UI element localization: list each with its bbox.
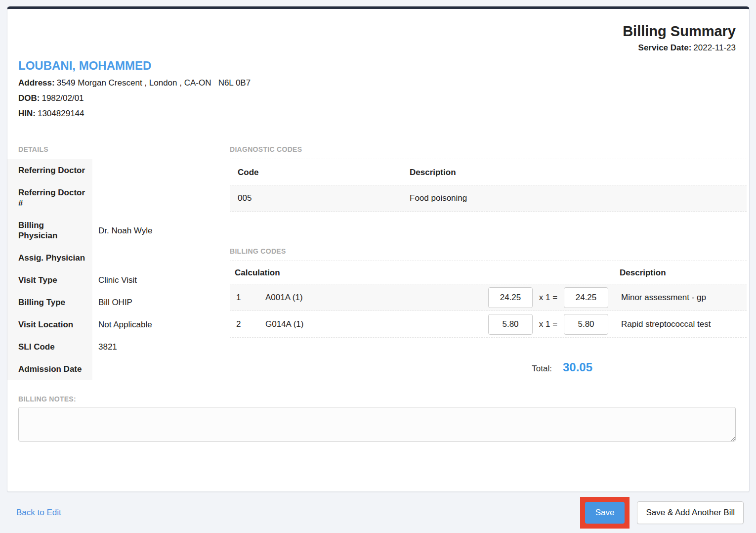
address-value: 3549 Morgan Crescent , London , CA-ON N6… — [57, 78, 251, 88]
dob-value: 1982/02/01 — [42, 93, 84, 103]
service-date: Service Date:2022-11-23 — [18, 43, 736, 53]
billing-notes-section: BILLING NOTES: — [18, 395, 748, 442]
diagnostic-table-header: Code Description — [230, 159, 747, 185]
details-label: Admission Date — [7, 358, 92, 380]
details-label: Billing Physician — [7, 214, 92, 247]
service-date-label: Service Date: — [638, 43, 692, 52]
billing-notes-textarea[interactable] — [18, 407, 736, 442]
column-header-code: Code — [238, 168, 410, 178]
card-header: Billing Summary Service Date:2022-11-23 — [18, 23, 748, 53]
unit-price-input[interactable] — [488, 314, 533, 335]
details-value — [92, 181, 212, 214]
line-total-input[interactable] — [564, 314, 608, 335]
billing-table-row: 1 A001A (1) x 1 = Minor assessment - gp — [230, 284, 747, 311]
line-total-input[interactable] — [564, 287, 608, 308]
details-row-admission-date: Admission Date — [7, 358, 212, 380]
billing-table-header: Calculation Description — [230, 261, 747, 284]
details-value: 3821 — [92, 336, 212, 358]
billing-description: Rapid streptococcal test — [621, 319, 735, 329]
billing-table-row: 2 G014A (1) x 1 = Rapid streptococcal te… — [230, 311, 747, 338]
patient-info: LOUBANI, MOHAMMED Address:3549 Morgan Cr… — [18, 59, 748, 119]
details-row-visit-location: Visit Location Not Applicable — [7, 313, 212, 336]
details-value: Not Applicable — [92, 313, 212, 336]
patient-address: Address:3549 Morgan Crescent , London , … — [18, 78, 748, 88]
details-value: Bill OHIP — [92, 291, 212, 313]
billing-row-number: 1 — [235, 293, 265, 303]
billing-code: G014A (1) — [265, 319, 488, 329]
details-row-visit-type: Visit Type Clinic Visit — [7, 269, 212, 291]
billing-codes-title: BILLING CODES — [230, 247, 747, 255]
diagnostic-codes-title: DIAGNOSTIC CODES — [230, 145, 747, 153]
codes-column: DIAGNOSTIC CODES Code Description 005 Fo… — [230, 145, 748, 380]
details-label: Referring Doctor # — [7, 181, 92, 214]
details-label: Assig. Physician — [7, 247, 92, 269]
page-title: Billing Summary — [18, 23, 736, 40]
details-label: Visit Type — [7, 269, 92, 291]
details-label: Visit Location — [7, 313, 92, 336]
billing-notes-label: BILLING NOTES: — [18, 395, 748, 403]
diagnostic-codes-section: DIAGNOSTIC CODES Code Description 005 Fo… — [230, 145, 747, 212]
hin-label: HIN: — [18, 109, 36, 118]
billing-row-number: 2 — [235, 319, 265, 329]
service-date-value: 2022-11-23 — [693, 43, 736, 52]
details-label: Referring Doctor — [7, 159, 92, 181]
column-header-calculation: Calculation — [235, 268, 620, 278]
footer-actions: Save Save & Add Another Bill — [580, 497, 744, 529]
details-section: DETAILS Referring Doctor Referring Docto… — [18, 145, 230, 380]
billing-total: Total: 30.05 — [230, 360, 747, 374]
patient-dob: DOB:1982/02/01 — [18, 93, 748, 103]
details-value — [92, 247, 212, 269]
details-section-title: DETAILS — [18, 145, 230, 153]
details-row-sli-code: SLI Code 3821 — [7, 336, 212, 358]
billing-code: A001A (1) — [265, 293, 488, 303]
details-label: Billing Type — [7, 291, 92, 313]
save-button-highlight-annotation: Save — [580, 497, 630, 529]
address-label: Address: — [18, 78, 55, 88]
billing-summary-card: Billing Summary Service Date:2022-11-23 … — [7, 6, 750, 492]
details-row-referring-doctor: Referring Doctor — [7, 159, 212, 181]
main-content: DETAILS Referring Doctor Referring Docto… — [18, 145, 748, 380]
diagnostic-table-row: 005 Food poisoning — [230, 185, 747, 212]
details-row-billing-physician: Billing Physician Dr. Noah Wyle — [7, 214, 212, 247]
patient-hin: HIN:1304829144 — [18, 108, 748, 119]
details-row-referring-doctor-num: Referring Doctor # — [7, 181, 212, 214]
details-value — [92, 159, 212, 181]
details-value: Clinic Visit — [92, 269, 212, 291]
column-header-description: Description — [410, 168, 456, 178]
save-add-another-bill-button[interactable]: Save & Add Another Bill — [637, 501, 744, 524]
billing-codes-section: BILLING CODES Calculation Description 1 … — [230, 247, 747, 374]
total-value: 30.05 — [563, 360, 592, 374]
diagnostic-description-value: Food poisoning — [410, 193, 467, 203]
save-button[interactable]: Save — [585, 502, 625, 524]
details-value — [92, 358, 212, 380]
billing-description: Minor assessment - gp — [621, 293, 735, 303]
details-table: Referring Doctor Referring Doctor # Bill… — [7, 159, 212, 380]
hin-value: 1304829144 — [38, 109, 84, 118]
patient-name: LOUBANI, MOHAMMED — [18, 59, 748, 73]
dob-label: DOB: — [18, 93, 40, 103]
back-to-edit-link[interactable]: Back to Edit — [16, 508, 61, 518]
details-label: SLI Code — [7, 336, 92, 358]
multiplier-text: x 1 = — [533, 319, 564, 329]
multiplier-text: x 1 = — [533, 293, 564, 303]
footer-bar: Back to Edit Save Save & Add Another Bil… — [0, 492, 756, 533]
details-value: Dr. Noah Wyle — [92, 214, 212, 247]
unit-price-input[interactable] — [488, 287, 533, 308]
details-row-billing-type: Billing Type Bill OHIP — [7, 291, 212, 313]
column-header-description: Description — [620, 268, 747, 278]
details-row-assig-physician: Assig. Physician — [7, 247, 212, 269]
diagnostic-code-value: 005 — [238, 193, 410, 203]
total-label: Total: — [532, 364, 552, 374]
